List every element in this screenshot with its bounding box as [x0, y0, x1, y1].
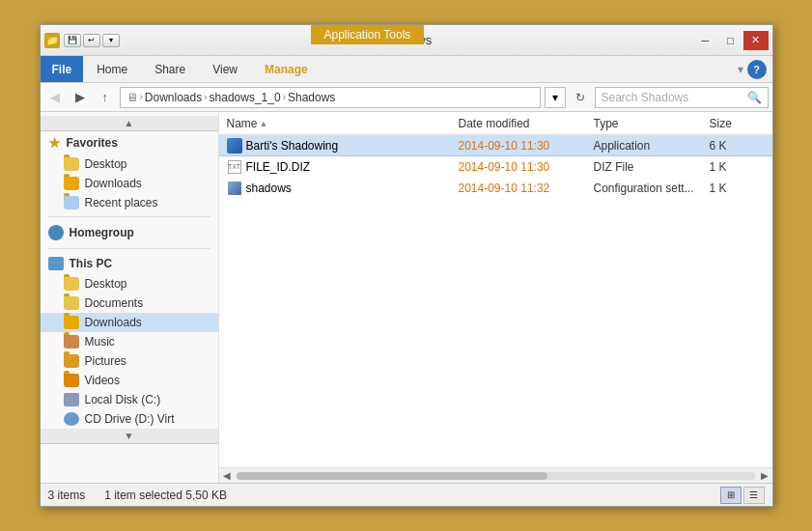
path-segment-shadows[interactable]: Shadows: [288, 91, 335, 104]
scroll-thumb[interactable]: [237, 472, 547, 480]
scroll-right-btn[interactable]: ▶: [759, 470, 770, 481]
sidebar-group-homegroup[interactable]: Homegroup: [41, 221, 218, 244]
quick-undo-btn[interactable]: ↩: [83, 34, 100, 47]
sort-arrow: ▲: [260, 119, 268, 128]
cd-icon: [64, 412, 79, 426]
file-name-cell: Barti's Shadowing: [223, 138, 455, 154]
large-icons-view-btn[interactable]: ⊞: [720, 487, 742, 504]
folder-icon: [64, 316, 79, 329]
path-chevron-1: ›: [140, 92, 143, 102]
disk-icon: [64, 393, 79, 406]
view-menu[interactable]: View: [199, 56, 251, 82]
table-row[interactable]: TXT FILE_ID.DIZ 2014-09-10 11:30 DIZ Fil…: [219, 156, 772, 178]
close-button[interactable]: ✕: [743, 31, 769, 50]
folder-icon: [64, 196, 79, 210]
path-segment-downloads[interactable]: Downloads: [145, 91, 202, 104]
home-menu[interactable]: Home: [83, 56, 141, 82]
sidebar-scroll-down[interactable]: ▼: [41, 429, 218, 444]
up-button[interactable]: ↑: [95, 87, 116, 108]
sidebar-item-videos[interactable]: Videos: [41, 371, 218, 390]
col-header-size[interactable]: Size: [706, 117, 764, 130]
scroll-track[interactable]: [237, 472, 755, 480]
menu-bar: File Home Share View Manage ▾ ?: [41, 56, 772, 83]
path-dropdown-btn[interactable]: ▾: [545, 87, 566, 108]
manage-menu[interactable]: Manage: [251, 56, 322, 82]
sidebar-item-recent-places[interactable]: Recent places: [41, 193, 218, 212]
share-menu[interactable]: Share: [141, 56, 199, 82]
search-placeholder: Search Shadows: [602, 91, 743, 104]
search-box[interactable]: Search Shadows 🔍: [595, 87, 769, 108]
explorer-window: 📁 💾 ↩ ▾ Application Tools Shadows ─ □ ✕ …: [40, 24, 773, 507]
menu-right: ▾ ?: [738, 60, 772, 79]
table-row[interactable]: shadows 2014-09-10 11:32 Configuration s…: [219, 178, 772, 199]
back-button[interactable]: ◀: [44, 87, 66, 108]
sidebar-item-downloads[interactable]: Downloads: [41, 313, 218, 332]
sidebar-item-documents[interactable]: Documents: [41, 293, 218, 313]
file-size-cell: 1 K: [706, 160, 764, 174]
quick-access-toolbar: 💾 ↩ ▾: [64, 34, 120, 47]
sidebar-item-desktop2[interactable]: Desktop: [41, 274, 218, 293]
sidebar-item-local-disk[interactable]: Local Disk (C:): [41, 390, 218, 409]
path-chevron-3: ›: [283, 92, 286, 102]
window-controls: ─ □ ✕: [693, 31, 769, 50]
sidebar-item-downloads-fav[interactable]: Downloads: [41, 174, 218, 193]
view-buttons: ⊞ ☰: [720, 487, 765, 504]
computer-icon: [48, 257, 64, 270]
horizontal-scrollbar[interactable]: ◀ ▶: [219, 467, 772, 483]
forward-button[interactable]: ▶: [70, 87, 91, 108]
path-segment-shadows10[interactable]: shadows_1_0: [210, 91, 281, 104]
sidebar-scroll-up[interactable]: ▲: [41, 116, 218, 131]
file-type-cell: Configuration sett...: [590, 182, 706, 195]
col-header-type[interactable]: Type: [590, 117, 706, 130]
content-area: ▲ ★ Favorites Desktop Downloads Recent p…: [41, 112, 772, 483]
homegroup-icon: [48, 225, 64, 240]
sidebar-item-pictures[interactable]: Pictures: [41, 351, 218, 371]
folder-icon: [64, 296, 79, 310]
search-icon: 🔍: [747, 91, 762, 104]
address-path[interactable]: 🖥 › Downloads › shadows_1_0 › Shadows: [120, 87, 541, 108]
table-row[interactable]: Barti's Shadowing 2014-09-10 11:30 Appli…: [219, 135, 772, 156]
file-area: Name ▲ Date modified Type Size: [219, 112, 772, 483]
sidebar-item-music[interactable]: Music: [41, 332, 218, 351]
star-icon: ★: [48, 135, 61, 151]
divider-1: [48, 216, 210, 217]
folder-icon: [64, 335, 79, 349]
file-name-cell: shadows: [223, 181, 455, 196]
file-list: Barti's Shadowing 2014-09-10 11:30 Appli…: [219, 135, 772, 467]
file-type-cell: Application: [590, 139, 706, 153]
address-bar: ◀ ▶ ↑ 🖥 › Downloads › shadows_1_0 › Shad…: [41, 83, 772, 112]
window-icon: 📁: [44, 33, 60, 48]
quick-dropdown-btn[interactable]: ▾: [102, 34, 120, 47]
file-size-cell: 6 K: [706, 139, 764, 153]
folder-icon: [64, 277, 79, 291]
file-date-cell: 2014-09-10 11:30: [455, 160, 590, 174]
title-bar-left: 📁 💾 ↩ ▾: [44, 33, 120, 48]
status-bar: 3 items 1 item selected 5,50 KB ⊞ ☰: [41, 483, 772, 506]
file-menu[interactable]: File: [41, 56, 84, 82]
quick-save-btn[interactable]: 💾: [64, 34, 81, 47]
sidebar-item-desktop[interactable]: Desktop: [41, 154, 218, 174]
refresh-button[interactable]: ↻: [570, 87, 591, 108]
minimize-button[interactable]: ─: [693, 31, 718, 50]
col-header-name[interactable]: Name ▲: [223, 117, 455, 130]
folder-icon: [64, 177, 79, 190]
file-type-cell: DIZ File: [590, 160, 706, 174]
sidebar-item-cd-drive[interactable]: CD Drive (D:) Virt: [41, 409, 218, 429]
path-chevron-2: ›: [204, 92, 207, 102]
col-header-date[interactable]: Date modified: [455, 117, 590, 130]
title-bar: 📁 💾 ↩ ▾ Application Tools Shadows ─ □ ✕: [41, 25, 772, 56]
app-tools-tab[interactable]: Application Tools: [311, 25, 425, 44]
scroll-left-btn[interactable]: ◀: [221, 470, 233, 481]
sidebar-group-favorites[interactable]: ★ Favorites: [41, 131, 218, 154]
help-button[interactable]: ?: [747, 60, 767, 79]
sidebar-group-thispc[interactable]: This PC: [41, 253, 218, 274]
folder-icon: [64, 354, 79, 368]
file-size-cell: 1 K: [706, 182, 764, 195]
file-date-cell: 2014-09-10 11:30: [455, 139, 590, 153]
file-name-cell: TXT FILE_ID.DIZ: [223, 159, 455, 175]
maximize-button[interactable]: □: [718, 31, 743, 50]
details-view-btn[interactable]: ☰: [743, 487, 765, 504]
item-count: 3 items: [48, 489, 86, 502]
column-header: Name ▲ Date modified Type Size: [219, 112, 772, 135]
cfg-icon: [227, 181, 242, 196]
